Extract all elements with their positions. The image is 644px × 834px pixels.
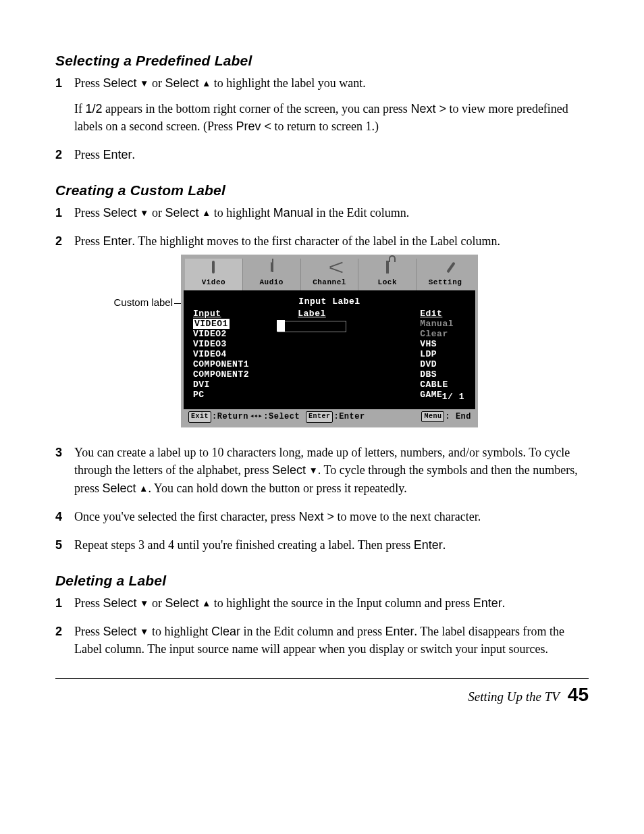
osd-tab-lock: Lock [358, 259, 417, 290]
body-text: to highlight [211, 206, 273, 219]
step-number: 2 [55, 623, 62, 640]
body-text: in the Edit column. [313, 206, 409, 219]
up-triangle-icon: ▲ [202, 207, 211, 220]
osd-input-selected: VIDEO1 [193, 319, 230, 329]
down-triangle-icon: ▼ [140, 597, 149, 610]
osd-column-header: Edit [420, 309, 454, 319]
body-text: If 1/2 appears in the bottom right corne… [74, 100, 589, 135]
audio-icon [271, 262, 272, 272]
step-number: 3 [55, 444, 62, 461]
body-text: to highlight the source in the Input col… [211, 596, 473, 610]
body-text: Press [74, 234, 103, 248]
osd-input-item: VIDEO4 [193, 350, 249, 360]
osd-edit-item: DVD [420, 360, 454, 370]
step-item: 1 Press Select ▼ or Select ▲ to highligh… [55, 74, 589, 135]
heading-deleting-a-label: Deleting a Label [55, 573, 589, 589]
osd-page-indicator: 1/ 1 [442, 391, 464, 404]
body-text: Repeat steps 3 and 4 until you're finish… [74, 538, 414, 552]
body-text: Once you've selected the first character… [74, 510, 298, 523]
step-number: 1 [55, 74, 62, 92]
osd-tab-video: Video [185, 259, 243, 290]
osd-edit-column: Edit Manual Clear VHS LDP DVD DBS CABLE … [420, 309, 466, 400]
ui-enter: Enter [103, 234, 132, 248]
ui-select: Select [103, 481, 136, 495]
osd-tab-label: Setting [417, 278, 474, 288]
body-text: Press [74, 596, 103, 610]
heading-selecting-predefined-label: Selecting a Predefined Label [55, 53, 589, 69]
ui-select: Select [165, 596, 198, 610]
osd-edit-item-dimmed: Manual [420, 319, 454, 330]
ui-select: Select [165, 206, 198, 219]
osd-arrows-icon: ◂✦▸ [250, 411, 262, 422]
footer-rule [55, 678, 589, 679]
step-item: 2 Press Enter. The highlight moves to th… [55, 232, 589, 427]
body-text: or [149, 596, 165, 610]
down-triangle-icon: ▼ [140, 77, 149, 90]
body-text: . You can hold down the button or press … [148, 481, 406, 495]
osd-label-column: Label [277, 309, 346, 400]
osd-edit-item: VHS [420, 340, 454, 350]
step-item: 1 Press Select ▼ or Select ▲ to highligh… [55, 594, 589, 612]
osd-footer-label: :Select [263, 411, 300, 423]
body-text: Press [74, 625, 103, 638]
osd-label-cursor [277, 320, 285, 332]
step-item: 2 Press Enter. [55, 146, 589, 163]
osd-tab-channel: Channel [301, 259, 359, 290]
body-text: . [443, 538, 446, 552]
down-triangle-icon: ▼ [308, 464, 317, 477]
step-item: 2 Press Select ▼ to highlight Clear in t… [55, 623, 589, 658]
osd-input-item: VIDEO3 [193, 340, 249, 350]
osd-figure: Custom label Video Audio Channel Lock Se… [74, 255, 608, 428]
osd-label-input-box [277, 321, 346, 332]
osd-input-column: Input VIDEO1 VIDEO2 VIDEO3 VIDEO4 COMPON… [193, 309, 249, 400]
osd-screen: Video Audio Channel Lock Setting Input L… [181, 255, 478, 428]
osd-key-enter: Enter [306, 411, 333, 423]
osd-tab-label: Video [185, 278, 242, 288]
ui-enter: Enter [385, 625, 414, 638]
ui-select: Select [272, 463, 306, 477]
body-text: . The highlight moves to the first chara… [132, 234, 501, 248]
step-number: 5 [55, 536, 62, 554]
osd-tab-label: Channel [301, 278, 358, 288]
ui-select: Select [165, 76, 198, 90]
step-number: 1 [55, 204, 62, 221]
ui-manual: Manual [273, 206, 313, 219]
step-item: 5 Repeat steps 3 and 4 until you're fini… [55, 536, 589, 554]
osd-tabs: Video Audio Channel Lock Setting [184, 257, 475, 290]
osd-body: Input Label Input VIDEO1 VIDEO2 VIDEO3 V… [184, 290, 475, 409]
osd-tab-label: Audio [243, 278, 300, 288]
steps-deleting: 1 Press Select ▼ or Select ▲ to highligh… [55, 594, 589, 658]
osd-column-header: Input [193, 309, 249, 319]
step-number: 2 [55, 232, 62, 250]
lock-icon [386, 261, 389, 273]
osd-tab-audio: Audio [243, 259, 301, 290]
ui-enter: Enter [473, 596, 502, 610]
osd-key-menu: Menu [421, 411, 444, 423]
osd-key-exit: Exit [188, 411, 211, 423]
ui-clear: Clear [211, 625, 240, 638]
body-text: If [74, 102, 86, 115]
down-triangle-icon: ▼ [140, 207, 149, 220]
ui-next: Next > [298, 510, 334, 523]
heading-creating-custom-label: Creating a Custom Label [55, 182, 589, 199]
step-number: 2 [55, 146, 62, 163]
body-text: to highlight [149, 625, 211, 638]
body-text: . [502, 596, 506, 610]
body-text: or [149, 206, 165, 219]
ui-prev: Prev < [236, 120, 271, 133]
osd-edit-item: LDP [420, 350, 454, 360]
osd-footer-label: :Enter [333, 411, 365, 423]
osd-input-item: COMPONENT1 [193, 360, 249, 370]
osd-footer-label: : End [445, 412, 471, 421]
footer-page-number: 45 [568, 684, 589, 706]
osd-edit-item: DBS [420, 370, 454, 380]
step-number: 4 [55, 508, 62, 525]
steps-selecting-predefined: 1 Press Select ▼ or Select ▲ to highligh… [55, 74, 589, 163]
osd-tab-label: Lock [358, 278, 416, 288]
osd-input-item: DVI [193, 380, 249, 390]
ui-enter: Enter [414, 538, 443, 552]
ui-fraction: 1/2 [86, 102, 103, 115]
footer-section-title: Setting Up the TV [468, 689, 560, 704]
up-triangle-icon: ▲ [202, 77, 211, 90]
osd-input-item: PC [193, 390, 249, 400]
